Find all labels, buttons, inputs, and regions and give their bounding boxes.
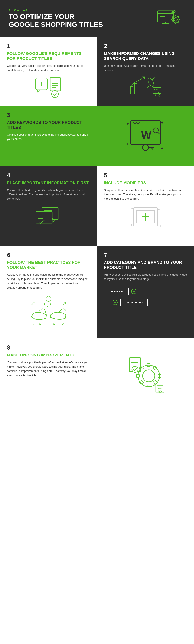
section-7-title: ADD CATEGORY AND BRAND TO YOUR PRODUCT T…	[104, 260, 187, 270]
section-3-title: ADD KEYWORDS TO YOUR PRODUCT TITLES	[7, 120, 90, 130]
section-7-body: Many shoppers will search via a recognis…	[104, 273, 187, 281]
svg-point-73	[131, 208, 133, 209]
svg-point-74	[158, 209, 159, 210]
header-title: TO OPTIMIZE YOUR GOOGLE SHOPPING TITLES	[9, 13, 151, 29]
section-1-body: Google has very strict rules for titles.…	[7, 64, 90, 72]
svg-line-37	[147, 86, 149, 88]
section-2-icon: WWW	[104, 76, 187, 97]
svg-point-46	[136, 122, 137, 124]
section-4: 4 PLACE IMPORTANT INFORMATION FIRST Goog…	[0, 166, 97, 246]
svg-text:+: +	[126, 142, 129, 146]
svg-point-9	[174, 18, 177, 21]
section-5: 5 INCLUDE MODIFIERS Shoppers often use m…	[97, 166, 194, 246]
section-4-number: 4	[7, 172, 90, 179]
section-7-number: 7	[104, 252, 187, 258]
svg-text:+: +	[161, 120, 163, 125]
section-7: 7 ADD CATEGORY AND BRAND TO YOUR PRODUCT…	[97, 246, 194, 338]
brand-plus-icon: +	[131, 289, 136, 294]
svg-text:✕: ✕	[32, 322, 35, 326]
header-text: 8 TACTICS TO OPTIMIZE YOUR GOOGLE SHOPPI…	[9, 8, 151, 29]
row-2: 3 ADD KEYWORDS TO YOUR PRODUCT TITLES Op…	[0, 106, 194, 166]
brand-badge: BRAND	[106, 288, 129, 295]
svg-point-103	[158, 388, 162, 392]
header-subtitle: 8 TACTICS	[9, 8, 151, 12]
row-4: 6 FOLLOW THE BEST PRACTICES FOR YOUR MAR…	[0, 246, 194, 338]
svg-rect-32	[130, 86, 133, 94]
svg-point-49	[142, 144, 148, 150]
svg-point-76	[159, 225, 161, 226]
section-6-body: Adjust your marketing and sales tactics …	[7, 273, 90, 290]
section-6: 6 FOLLOW THE BEST PRACTICES FOR YOUR MAR…	[0, 246, 97, 338]
section-8: 8 MAKE ONGOING IMPROVEMENTS You may noti…	[0, 338, 97, 407]
section-1-title: FOLLOW GOOGLE'S REQUIREMENTS FOR PRODUCT…	[7, 51, 90, 61]
section-8-body: You may notice a positive impact after t…	[7, 360, 90, 378]
section-5-number: 5	[104, 172, 187, 179]
row-5: 8 MAKE ONGOING IMPROVEMENTS You may noti…	[0, 338, 194, 407]
svg-line-38	[152, 78, 154, 80]
section-2-body: Use the Google Ads search terms report t…	[104, 64, 187, 72]
svg-text:+: +	[126, 122, 129, 126]
svg-point-84	[47, 306, 48, 307]
section-3-icon-area: W + + + +	[97, 106, 194, 166]
section-4-icon	[7, 201, 90, 226]
svg-line-16	[178, 16, 179, 17]
svg-point-36	[147, 77, 155, 88]
section-1: 1 FOLLOW GOOGLE'S REQUIREMENTS FOR PRODU…	[0, 36, 97, 106]
svg-text:✕: ✕	[39, 322, 41, 326]
section-8-number: 8	[7, 344, 90, 351]
section-6-number: 6	[7, 252, 90, 258]
svg-line-42	[159, 96, 161, 97]
section-5-icon	[104, 201, 187, 230]
section-5-body: Shoppers often use modifiers (color, siz…	[104, 188, 187, 201]
svg-rect-33	[134, 83, 137, 94]
svg-line-58	[158, 132, 159, 134]
section-8-row: 8 MAKE ONGOING IMPROVEMENTS You may noti…	[0, 338, 194, 407]
svg-rect-96	[153, 380, 157, 384]
svg-marker-24	[37, 90, 40, 92]
svg-point-88	[143, 370, 155, 382]
svg-line-15	[178, 22, 179, 22]
svg-point-31	[52, 91, 58, 98]
svg-line-18	[172, 10, 174, 12]
section-8-title: MAKE ONGOING IMPROVEMENTS	[7, 353, 90, 358]
section-1-number: 1	[7, 43, 90, 50]
svg-point-77	[46, 296, 51, 301]
section-3-number: 3	[7, 112, 90, 118]
section-6-icon: ✕ ✕ ✕ ✕	[7, 290, 90, 328]
section-7-badges: BRAND + + CATEGORY	[104, 288, 187, 306]
svg-text:✕: ✕	[53, 322, 55, 326]
section-3: 3 ADD KEYWORDS TO YOUR PRODUCT TITLES Op…	[0, 106, 97, 166]
svg-point-75	[131, 224, 132, 226]
svg-point-85	[50, 304, 51, 305]
svg-line-21	[174, 10, 175, 12]
svg-text:✕: ✕	[61, 322, 64, 326]
row-1: 1 FOLLOW GOOGLE'S REQUIREMENTS FOR PRODU…	[0, 36, 194, 106]
svg-rect-1	[157, 11, 173, 13]
svg-point-45	[133, 122, 134, 124]
svg-text:!: !	[41, 80, 43, 87]
category-badge: CATEGORY	[120, 299, 148, 306]
category-badge-row: + CATEGORY	[113, 299, 148, 306]
svg-point-86	[44, 304, 45, 305]
section-2-title: MAKE INFORMED CHANGES USING SEARCH QUERY…	[104, 51, 187, 61]
svg-text:+: +	[161, 146, 163, 150]
svg-rect-26	[50, 78, 61, 91]
section-5-title: INCLUDE MODIFIERS	[104, 180, 187, 186]
section-3-row: 3 ADD KEYWORDS TO YOUR PRODUCT TITLES Op…	[0, 106, 194, 166]
row-3: 4 PLACE IMPORTANT INFORMATION FIRST Goog…	[0, 166, 194, 246]
section-6-title: FOLLOW THE BEST PRACTICES FOR YOUR MARKE…	[7, 260, 90, 270]
section-8-icon-area	[97, 338, 194, 407]
svg-rect-64	[36, 211, 52, 223]
svg-rect-39	[153, 88, 161, 94]
svg-text:WWW: WWW	[154, 89, 158, 91]
svg-rect-34	[138, 80, 141, 94]
category-plus-icon: +	[113, 300, 118, 305]
header: 8 TACTICS TO OPTIMIZE YOUR GOOGLE SHOPPI…	[0, 0, 194, 36]
svg-point-98	[132, 366, 138, 372]
section-4-body: Google often shortens your titles when t…	[7, 188, 90, 201]
svg-text:W: W	[141, 129, 151, 141]
header-icon	[151, 6, 185, 30]
brand-badge-row: BRAND +	[106, 288, 136, 295]
svg-point-47	[138, 122, 140, 124]
section-2: 2 MAKE INFORMED CHANGES USING SEARCH QUE…	[97, 36, 194, 106]
